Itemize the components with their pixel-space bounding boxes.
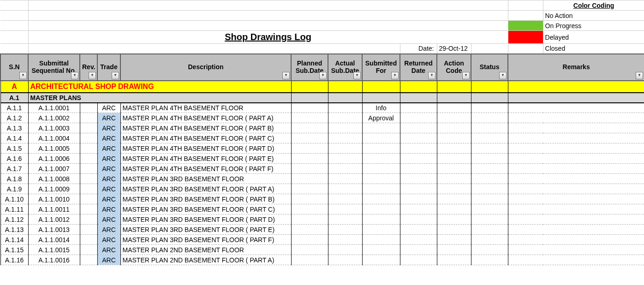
cell-stat[interactable] — [471, 113, 508, 123]
cell-ret[interactable] — [400, 113, 437, 123]
cell-sub[interactable]: A.1.1.0010 — [28, 194, 80, 204]
cell-trade[interactable]: ARC — [97, 214, 120, 225]
cell-trade[interactable]: ARC — [97, 164, 120, 174]
cell-sn[interactable]: A.1.8 — [0, 174, 28, 184]
cell-desc[interactable]: MASTER PLAN 4TH BASEMENT FLOOR ( PART E) — [120, 154, 291, 164]
cell-rev[interactable] — [80, 245, 97, 255]
cell-code[interactable] — [437, 225, 471, 235]
cell-desc[interactable]: MASTER PLAN 3RD BASEMENT FLOOR ( PART B) — [120, 194, 291, 204]
cell-plan[interactable] — [291, 184, 328, 194]
cell-sn[interactable]: A.1.3 — [0, 123, 28, 133]
cell-code[interactable] — [437, 164, 471, 174]
cell-sub[interactable]: A.1.1.0006 — [28, 154, 80, 164]
cell-sub[interactable]: A.1.1.0007 — [28, 164, 80, 174]
col-act[interactable]: Actual Sub.Date▾ — [328, 54, 362, 81]
cell-for[interactable]: Info — [362, 103, 400, 113]
cell-stat[interactable] — [471, 245, 508, 255]
cell-ret[interactable] — [400, 255, 437, 265]
cell-act[interactable] — [328, 214, 362, 225]
cell-sn[interactable]: A.1.1 — [0, 103, 28, 113]
cell-desc[interactable]: MASTER PLAN 2ND BASEMENT FLOOR — [120, 245, 291, 255]
table-row[interactable]: A.1.5A.1.1.0005ARCMASTER PLAN 4TH BASEME… — [0, 143, 644, 154]
cell-desc[interactable]: MASTER PLAN 3RD BASEMENT FLOOR ( PART E) — [120, 225, 291, 235]
cell-ret[interactable] — [400, 194, 437, 204]
cell-act[interactable] — [328, 143, 362, 154]
cell-for[interactable]: Approval — [362, 113, 400, 123]
table-row[interactable]: A.1.13A.1.1.0013ARCMASTER PLAN 3RD BASEM… — [0, 225, 644, 235]
cell-desc[interactable]: MASTER PLAN 3RD BASEMENT FLOOR ( PART F) — [120, 235, 291, 245]
cell-stat[interactable] — [471, 235, 508, 245]
cell-trade[interactable]: ARC — [97, 113, 120, 123]
cell-rev[interactable] — [80, 154, 97, 164]
cell-ret[interactable] — [400, 184, 437, 194]
cell-code[interactable] — [437, 133, 471, 143]
cell-rev[interactable] — [80, 194, 97, 204]
cell-rem[interactable] — [508, 123, 644, 133]
cell-rev[interactable] — [80, 113, 97, 123]
cell-act[interactable] — [328, 255, 362, 265]
cell-stat[interactable] — [471, 123, 508, 133]
cell-act[interactable] — [328, 123, 362, 133]
cell-ret[interactable] — [400, 164, 437, 174]
table-row[interactable]: A.1.6A.1.1.0006ARCMASTER PLAN 4TH BASEME… — [0, 154, 644, 164]
cell-for[interactable] — [362, 184, 400, 194]
cell-plan[interactable] — [291, 154, 328, 164]
table-row[interactable]: A.1.3A.1.1.0003ARCMASTER PLAN 4TH BASEME… — [0, 123, 644, 133]
cell-code[interactable] — [437, 113, 471, 123]
cell-rem[interactable] — [508, 255, 644, 265]
cell-trade[interactable]: ARC — [97, 235, 120, 245]
cell-code[interactable] — [437, 204, 471, 214]
cell-act[interactable] — [328, 154, 362, 164]
cell-sub[interactable]: A.1.1.0016 — [28, 255, 80, 265]
cell-trade[interactable]: ARC — [97, 255, 120, 265]
col-desc[interactable]: Description▾ — [120, 54, 291, 81]
cell-plan[interactable] — [291, 225, 328, 235]
cell-ret[interactable] — [400, 123, 437, 133]
cell-rev[interactable] — [80, 235, 97, 245]
cell-sub[interactable]: A.1.1.0009 — [28, 184, 80, 194]
cell-plan[interactable] — [291, 123, 328, 133]
cell-sn[interactable]: A.1.14 — [0, 235, 28, 245]
cell-stat[interactable] — [471, 194, 508, 204]
cell-sn[interactable]: A.1.12 — [0, 214, 28, 225]
cell-plan[interactable] — [291, 113, 328, 123]
table-row[interactable]: A.1.14A.1.1.0014ARCMASTER PLAN 3RD BASEM… — [0, 235, 644, 245]
cell-sn[interactable]: A.1.10 — [0, 194, 28, 204]
cell-trade[interactable]: ARC — [97, 194, 120, 204]
cell-stat[interactable] — [471, 255, 508, 265]
cell-stat[interactable] — [471, 174, 508, 184]
col-ret[interactable]: Returned Date▾ — [400, 54, 437, 81]
cell-sub[interactable]: A.1.1.0001 — [28, 103, 80, 113]
cell-trade[interactable]: ARC — [97, 154, 120, 164]
col-code[interactable]: Action Code▾ — [437, 54, 471, 81]
cell-rem[interactable] — [508, 154, 644, 164]
cell-trade[interactable]: ARC — [97, 143, 120, 154]
cell-plan[interactable] — [291, 245, 328, 255]
cell-stat[interactable] — [471, 154, 508, 164]
cell-ret[interactable] — [400, 214, 437, 225]
cell-sn[interactable]: A.1.6 — [0, 154, 28, 164]
cell-rev[interactable] — [80, 174, 97, 184]
cell-sub[interactable]: A.1.1.0011 — [28, 204, 80, 214]
table-row[interactable]: A.1.2A.1.1.0002ARCMASTER PLAN 4TH BASEME… — [0, 113, 644, 123]
cell-sub[interactable]: A.1.1.0014 — [28, 235, 80, 245]
cell-rem[interactable] — [508, 143, 644, 154]
filter-icon[interactable]: ▾ — [499, 72, 507, 79]
table-row[interactable]: A.1.11A.1.1.0011ARCMASTER PLAN 3RD BASEM… — [0, 204, 644, 214]
cell-code[interactable] — [437, 174, 471, 184]
filter-icon[interactable]: ▾ — [319, 72, 327, 79]
cell-act[interactable] — [328, 103, 362, 113]
cell-desc[interactable]: MASTER PLAN 3RD BASEMENT FLOOR ( PART C) — [120, 204, 291, 214]
cell-rem[interactable] — [508, 194, 644, 204]
cell-ret[interactable] — [400, 245, 437, 255]
cell-rem[interactable] — [508, 184, 644, 194]
cell-sub[interactable]: A.1.1.0015 — [28, 245, 80, 255]
cell-stat[interactable] — [471, 214, 508, 225]
cell-rem[interactable] — [508, 235, 644, 245]
cell-desc[interactable]: MASTER PLAN 3RD BASEMENT FLOOR ( PART A) — [120, 184, 291, 194]
cell-act[interactable] — [328, 133, 362, 143]
cell-ret[interactable] — [400, 174, 437, 184]
cell-rev[interactable] — [80, 204, 97, 214]
cell-code[interactable] — [437, 194, 471, 204]
cell-sub[interactable]: A.1.1.0012 — [28, 214, 80, 225]
